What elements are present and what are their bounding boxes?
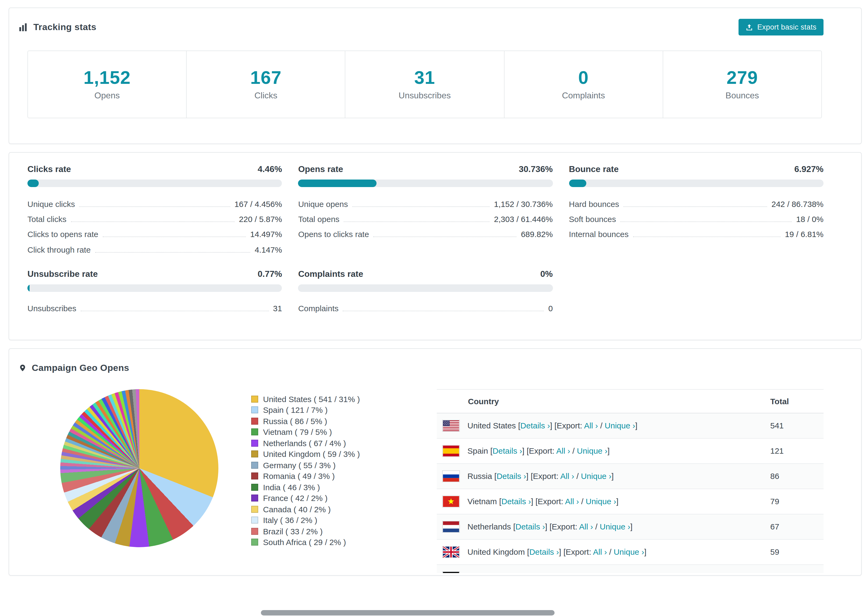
legend-color-swatch [251,517,258,523]
slash-separator: / [581,497,583,506]
details-link[interactable]: Details › [505,573,535,573]
campaign-geo-opens-title: Campaign Geo Opens [19,363,823,374]
bracket-close: ] [526,472,528,481]
legend-item: India ( 46 / 3% ) [251,482,437,493]
legend-label: Netherlands ( 67 / 4% ) [263,438,346,448]
legend-item: France ( 42 / 2% ) [251,493,437,504]
country-cell: Vietnam [Details ›] [Export: All › / Uni… [437,489,765,514]
stat-row: Complaints0 [298,301,553,316]
stat-row-label: Unique clicks [27,199,75,209]
clicks-rate-value: 4.46% [258,165,282,174]
export-unique-link[interactable]: Unique › [581,472,611,481]
geo-pie-legend: United States ( 541 / 31% ) Spain ( 121 … [251,389,437,573]
country-name: Russia [468,472,492,481]
stat-box: 1,152 Opens [28,51,186,118]
legend-color-swatch [251,495,258,501]
stat-row-label: Click through rate [27,245,91,255]
legend-label: United States ( 541 / 31% ) [263,394,360,404]
legend-color-swatch [251,528,258,534]
chevron-right-icon: › [567,446,570,456]
bracket-close: ] [630,522,632,531]
complaints-rate-value: 0% [540,269,553,279]
stat-row-label: Total clicks [27,214,66,224]
details-link[interactable]: Details › [493,446,522,456]
details-link[interactable]: Details › [501,497,531,506]
bracket-close: ] [522,446,524,456]
campaign-geo-opens-card: Campaign Geo Opens United States ( 541 /… [9,348,862,576]
legend-label: Romania ( 49 / 3% ) [263,471,335,481]
legend-item: Canada ( 40 / 2% ) [251,504,437,515]
legend-color-swatch [251,473,258,479]
unsubscribe-rate-progress-bar [27,284,282,292]
tracking-stats-title: Tracking stats [19,22,96,33]
slash-separator: / [609,547,611,556]
country-name: Spain [468,446,488,456]
export-all-link[interactable]: All › [556,446,570,456]
chevron-right-icon: › [556,547,559,556]
legend-label: Canada ( 40 / 2% ) [263,504,331,514]
stat-label: Opens [28,91,186,101]
bracket-close: ] [559,547,561,556]
details-link[interactable]: Details › [520,421,550,430]
export-all-link[interactable]: All › [593,547,607,556]
export-prefix: [Export: [550,522,577,531]
clicks-rate-panel: Clicks rate 4.46% Unique clicks167 / 4.4… [27,165,282,257]
dotted-leader [102,237,246,237]
export-prefix: [Export: [531,472,558,481]
export-all-link[interactable]: All › [584,421,598,430]
country-flag-icon [442,571,460,573]
export-all-link[interactable]: All › [560,472,574,481]
export-unique-link[interactable]: Unique › [614,547,644,556]
geo-table-row: Vietnam [Details ›] [Export: All › / Uni… [437,489,823,514]
total-cell: 541 [765,413,823,438]
export-unique-link[interactable]: Unique › [605,421,635,430]
legend-label: France ( 42 / 2% ) [263,493,328,503]
country-cell: Germany [Details ›] [Export: All › / Uni… [437,565,765,573]
dotted-leader [633,237,781,237]
slash-separator: / [576,472,578,481]
opens-rate-title: Opens rate [298,165,343,174]
geo-table-row: Spain [Details ›] [Export: All › / Uniqu… [437,438,823,464]
stat-row-value: 242 / 86.738% [772,199,824,209]
details-link[interactable]: Details › [515,522,545,531]
export-basic-stats-button[interactable]: Export basic stats [738,19,823,36]
export-unique-link[interactable]: Unique › [600,522,630,531]
bracket-close: ] [611,472,614,481]
export-all-link[interactable]: All › [569,573,583,573]
bracket-open: [ [527,547,529,556]
stat-row-value: 4.147% [255,245,282,255]
horizontal-scrollbar-thumb[interactable] [261,610,554,616]
chevron-right-icon: › [572,472,574,481]
legend-label: Russia ( 86 / 5% ) [263,416,327,426]
stat-row-label: Internal bounces [569,229,628,239]
bracket-close: ] [635,421,638,430]
stat-row: Click through rate4.147% [27,242,282,257]
stat-box: 0 Complaints [504,51,663,118]
campaign-geo-opens-title-text: Campaign Geo Opens [32,363,129,374]
export-all-link[interactable]: All › [579,522,593,531]
bracket-close: ] [616,497,618,506]
chevron-right-icon: › [528,497,531,506]
country-flag-icon [442,521,460,533]
unsubscribe-rate-title: Unsubscribe rate [27,269,98,279]
clicks-rate-title: Clicks rate [27,165,71,174]
export-unique-link[interactable]: Unique › [577,446,607,456]
legend-label: Italy ( 36 / 2% ) [263,515,317,525]
country-name: Vietnam [468,497,497,506]
export-unique-link[interactable]: Unique › [589,573,620,573]
stat-row: Total opens2,303 / 61.446% [298,212,553,227]
export-all-link[interactable]: All › [565,497,579,506]
export-prefix: [Export: [535,497,563,506]
details-link[interactable]: Details › [496,472,526,481]
chevron-right-icon: › [576,497,579,506]
stat-row-label: Unsubscribes [27,303,76,313]
stat-row-value: 19 / 6.81% [785,229,823,239]
geo-table-row: United Kingdom [Details ›] [Export: All … [437,539,823,565]
details-link[interactable]: Details › [529,547,559,556]
export-unique-link[interactable]: Unique › [586,497,616,506]
slash-separator: / [595,522,597,531]
stat-row: Soft bounces18 / 0% [569,212,823,227]
country-cell: Netherlands [Details ›] [Export: All › /… [437,514,765,539]
legend-label: Brazil ( 33 / 2% ) [263,526,323,536]
geo-table-row: Russia [Details ›] [Export: All › / Uniq… [437,464,823,489]
